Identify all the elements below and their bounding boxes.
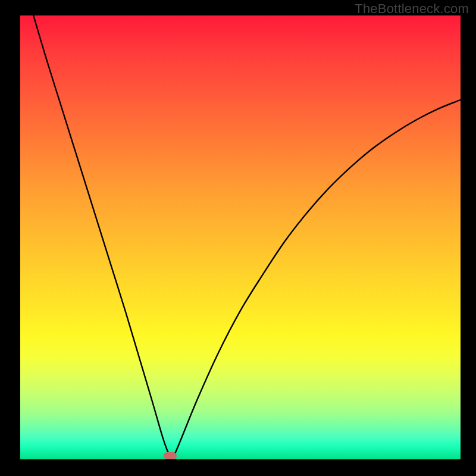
curve-path	[33, 15, 461, 460]
watermark-text: TheBottleneck.com	[355, 1, 469, 17]
bottleneck-chart	[20, 15, 461, 459]
bottleneck-curve	[20, 15, 461, 459]
bottleneck-marker	[164, 452, 177, 459]
